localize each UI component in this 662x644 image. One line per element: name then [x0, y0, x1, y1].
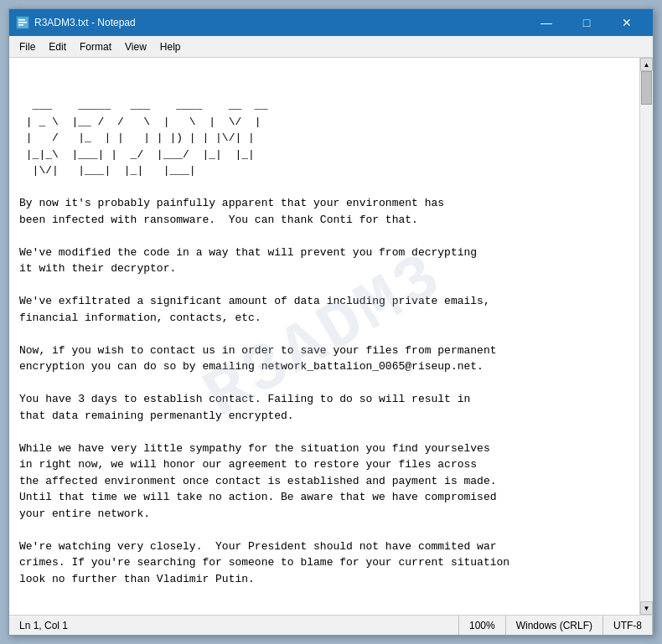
status-line-ending: Windows (CRLF)	[506, 616, 603, 635]
status-bar: Ln 1, Col 1 100% Windows (CRLF) UTF-8	[9, 615, 653, 635]
status-encoding: UTF-8	[603, 616, 653, 635]
menu-edit[interactable]: Edit	[42, 39, 73, 54]
scroll-down-button[interactable]: ▼	[640, 601, 653, 615]
status-position: Ln 1, Col 1	[9, 616, 459, 635]
menu-format[interactable]: Format	[73, 39, 118, 54]
menu-view[interactable]: View	[118, 39, 153, 54]
menu-bar: File Edit Format View Help	[9, 36, 653, 58]
title-buttons: — □ ✕	[527, 9, 646, 36]
svg-rect-3	[18, 24, 23, 26]
vertical-scrollbar[interactable]: ▲ ▼	[639, 58, 653, 615]
watermark: R3ADM3	[186, 228, 463, 446]
title-bar: R3ADM3.txt - Notepad — □ ✕	[9, 9, 653, 36]
svg-rect-1	[18, 19, 25, 21]
scroll-thumb[interactable]	[641, 71, 652, 105]
close-button[interactable]: ✕	[608, 9, 646, 36]
minimize-button[interactable]: —	[527, 9, 566, 36]
title-bar-left: R3ADM3.txt - Notepad	[16, 16, 136, 29]
menu-file[interactable]: File	[13, 39, 42, 54]
maximize-button[interactable]: □	[567, 9, 606, 36]
scroll-up-button[interactable]: ▲	[640, 58, 653, 71]
notepad-window: R3ADM3.txt - Notepad — □ ✕ File Edit For…	[8, 8, 654, 636]
window-title: R3ADM3.txt - Notepad	[34, 17, 136, 28]
menu-help[interactable]: Help	[153, 39, 188, 54]
svg-rect-2	[18, 22, 27, 23]
scroll-track[interactable]	[640, 71, 653, 601]
text-editor[interactable]: R3ADM3 ___ _____ ___ ____ __ __ | _ \ |_…	[9, 58, 639, 615]
status-zoom: 100%	[459, 616, 506, 635]
app-icon	[16, 16, 29, 29]
content-area: R3ADM3 ___ _____ ___ ____ __ __ | _ \ |_…	[9, 58, 653, 615]
